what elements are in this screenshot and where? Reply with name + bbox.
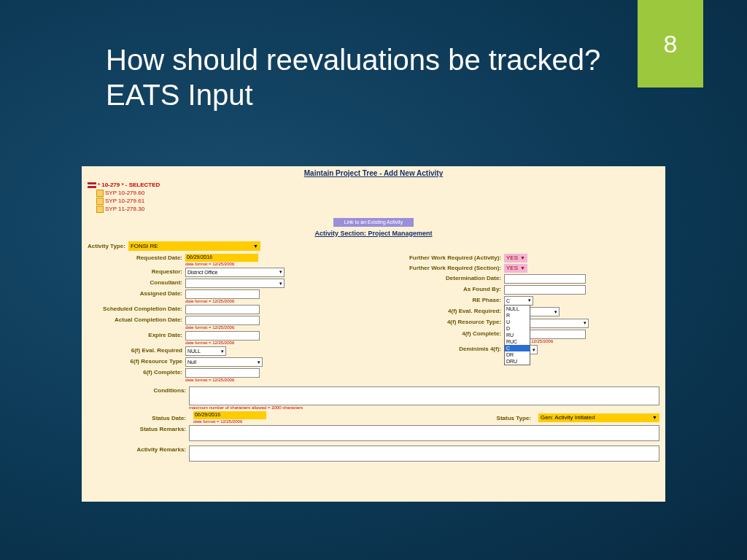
chevron-down-icon: ▼ [652,415,657,420]
left-column: Requested Date:06/29/2016date format = 1… [88,254,366,384]
6f-resource-select[interactable]: Null▾ [185,357,263,367]
requested-date-label: Requested Date: [88,254,185,261]
requestor-label: Requestor: [88,268,185,275]
date-hint: date format = 12/25/2006 [185,341,366,345]
chevron-down-icon: ▾ [584,320,587,326]
consultant-select[interactable]: ▾ [185,279,285,288]
re-phase-dropdown[interactable]: NULL R U D RU RUC C DR DRU [504,305,530,366]
chevron-down-icon: ▾ [221,349,224,354]
tree-selected-node[interactable]: * 10-279 * - SELECTED [88,182,659,190]
chevron-down-icon: ▾ [279,269,282,275]
conditions-label: Conditions: [88,386,189,410]
dropdown-option[interactable]: U [505,319,530,325]
6f-eval-select[interactable]: NULL▾ [185,346,226,356]
link-existing-activity-button[interactable]: Link to an Existing Activity [333,218,414,227]
dropdown-option[interactable]: RU [505,332,530,338]
status-type-label: Status Type: [497,414,534,421]
status-remarks-label: Status Remarks: [88,425,189,441]
tree-item[interactable]: SYP 11-278.30 [96,206,659,214]
chevron-down-icon: ▾ [279,281,282,287]
status-date-label: Status Date: [88,414,189,421]
status-remarks-textarea[interactable] [189,425,659,441]
dropdown-option[interactable]: RUC [505,338,530,345]
actual-completion-label: Actual Completion Date: [88,316,185,323]
6f-resource-label: 6(f) Resource Type [88,357,185,365]
consultant-label: Consultant: [88,279,185,286]
as-found-by-label: As Found By: [381,285,504,292]
assigned-date-input[interactable] [185,289,260,299]
fw-activity-select[interactable]: YES▼ [504,254,527,262]
requested-date-input[interactable]: 06/29/2016 [185,254,258,262]
project-tree: * 10-279 * - SELECTED SYP 10-279.60 SYP … [82,180,665,218]
determination-date-input[interactable] [504,274,586,284]
chevron-down-icon: ▾ [533,347,535,353]
chevron-down-icon: ▼ [253,244,258,249]
date-hint: date format = 12/25/2006 [185,378,366,382]
activity-type-label: Activity Type: [88,243,125,249]
chevron-down-icon: ▼ [520,265,525,271]
fw-activity-label: Further Work Required (Activity): [381,254,504,261]
form-header: Maintain Project Tree - Add New Activity [82,166,665,180]
6f-eval-label: 6(f) Eval. Required [88,346,185,354]
date-hint: date format = 12/25/2006 [193,419,266,424]
dropdown-option[interactable]: R [505,312,530,319]
char-limit-hint: maximum number of characters allowed = 2… [189,405,659,410]
6f-complete-input[interactable] [185,368,260,378]
fw-section-label: Further Work Required (Section): [381,264,504,271]
date-hint: date format = 12/25/2006 [185,325,366,330]
activity-remarks-textarea[interactable] [189,446,659,462]
re-phase-label: RE Phase: [381,296,504,303]
determination-date-label: Determination Date: [381,274,504,281]
deminimis-4f-label: Deminimis 4(f): [381,345,504,352]
chevron-down-icon: ▾ [554,309,557,315]
conditions-textarea[interactable] [189,386,659,405]
as-found-by-input[interactable] [504,285,586,295]
flag-icon [88,182,96,188]
tree-item[interactable]: SYP 10-279.61 [96,198,659,206]
dropdown-option[interactable]: DRU [505,358,530,365]
eats-screenshot: Maintain Project Tree - Add New Activity… [82,166,665,502]
assigned-date-label: Assigned Date: [88,289,185,297]
chevron-down-icon: ▾ [258,359,260,365]
folder-icon [96,190,104,197]
chevron-down-icon: ▼ [520,255,525,260]
dropdown-option[interactable]: NULL [505,306,530,312]
actual-completion-input[interactable] [185,316,260,325]
scheduled-completion-input[interactable] [185,305,260,314]
expire-date-label: Expire Date: [88,331,185,338]
activity-remarks-label: Activity Remarks: [88,446,189,462]
4f-eval-label: 4(f) Eval. Required: [381,307,504,314]
status-date-input[interactable]: 06/29/2016 [193,411,266,419]
dropdown-option[interactable]: D [505,325,530,332]
chevron-down-icon: ▾ [528,298,531,303]
expire-date-input[interactable] [185,331,260,341]
date-hint: date format = 12/25/2006 [185,299,366,303]
tree-item[interactable]: SYP 10-279.60 [96,190,659,198]
right-column: Further Work Required (Activity):YES▼ Fu… [381,254,659,384]
activity-type-select[interactable]: FONSI RE▼ [128,241,260,251]
dropdown-option[interactable]: DR [505,351,530,358]
slide: 8 How should reevaluations be tracked? E… [0,0,747,560]
dropdown-option-selected[interactable]: C [505,345,530,351]
slide-title: How should reevaluations be tracked? EAT… [106,42,602,112]
fw-section-select[interactable]: YES▼ [504,264,527,273]
4f-complete-label: 4(f) Complete: [381,330,504,337]
requestor-select[interactable]: District Office▾ [185,268,285,277]
status-type-select[interactable]: Gen: Activity Initiated▼ [538,413,659,422]
folder-icon [96,206,104,213]
4f-resource-label: 4(f) Resource Type: [381,318,504,325]
page-number-badge: 8 [638,0,703,88]
date-hint: date format = 12/25/2006 [185,262,366,266]
folder-icon [96,198,104,205]
6f-complete-label: 6(f) Complete: [88,368,185,376]
scheduled-completion-label: Scheduled Completion Date: [88,305,185,312]
activity-section-title: Activity Section: Project Management [82,230,665,237]
